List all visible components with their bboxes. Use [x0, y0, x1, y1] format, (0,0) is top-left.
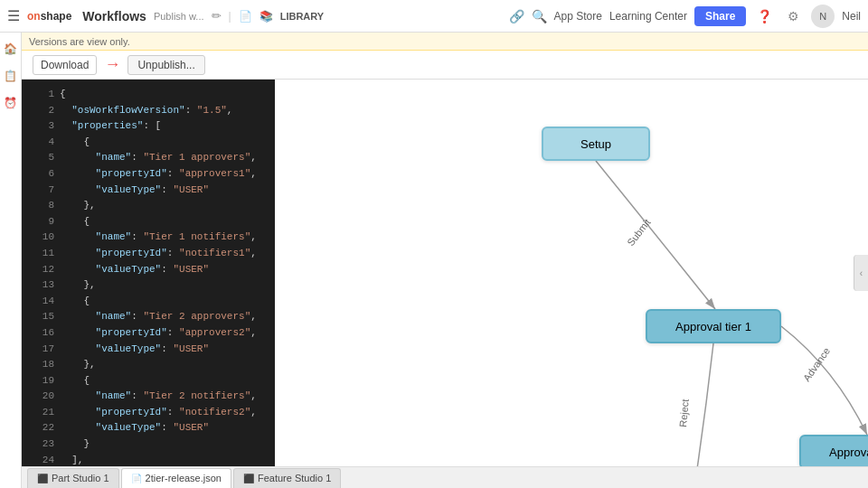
tab-feature-label: Feature Studio 1: [258, 473, 331, 483]
json-line: 15 "name": "Tier 2 approvers",: [33, 309, 264, 325]
sidebar-icon-2[interactable]: 📋: [2, 67, 20, 85]
learning-center-link[interactable]: Learning Center: [609, 10, 687, 23]
versions-bar: Versions are view only.: [22, 33, 868, 51]
json-line: 7 "valueType": "USER": [33, 183, 264, 199]
share-button[interactable]: Share: [694, 6, 746, 26]
json-line: 5 "name": "Tier 1 approvers",: [33, 150, 264, 166]
section-title: Workflows: [82, 9, 146, 23]
tier1-node[interactable]: Approval tier 1: [646, 309, 781, 343]
json-line: 19 {: [33, 373, 264, 389]
json-line: 4 {: [33, 135, 264, 151]
bottom-tabs: ⬛ Part Studio 1 📄 2tier-release.json ⬛ F…: [22, 466, 868, 488]
arrow-icon: →: [104, 55, 120, 74]
collapse-handle[interactable]: ‹: [854, 255, 868, 291]
help-icon[interactable]: ❓: [753, 5, 775, 27]
reject1-label: Reject: [677, 399, 691, 427]
json-line: 21 "propertyId": "notifiers2",: [33, 405, 264, 421]
user-name[interactable]: Neil: [842, 10, 861, 23]
sidebar: 🏠 📋 ⏰: [0, 33, 22, 488]
main-area: 1{2 "osWorkflowVersion": "1.5",3 "proper…: [22, 80, 868, 466]
advance-label: Advance: [801, 345, 832, 383]
submit-label: Submit: [625, 217, 653, 248]
hamburger-icon[interactable]: ☰: [7, 7, 20, 24]
sidebar-icon-3[interactable]: ⏰: [2, 94, 20, 112]
json-line: 11 "propertyId": "notifiers1",: [33, 246, 264, 262]
library-label[interactable]: LIBRARY: [280, 11, 324, 22]
top-bar: ☰ onshape Workflows Publish w... ✏ | 📄 📚…: [0, 0, 868, 33]
publish-label: Publish w...: [154, 11, 204, 22]
toolbar: Download → Unpublish...: [22, 51, 868, 80]
json-line: 18 },: [33, 357, 264, 373]
tab-part-studio-label: Part Studio 1: [52, 473, 109, 483]
json-line: 22 "valueType": "USER": [33, 420, 264, 436]
versions-message: Versions are view only.: [29, 36, 130, 47]
json-line: 3 "properties": [: [33, 118, 264, 135]
json-line: 20 "name": "Tier 2 notifiers",: [33, 389, 264, 405]
link-icon[interactable]: 🔗: [509, 9, 524, 23]
tab-part-studio[interactable]: ⬛ Part Studio 1: [27, 468, 119, 488]
app-store-link[interactable]: App Store: [554, 10, 602, 23]
json-line: 1{: [33, 87, 264, 103]
library-icon: 📚: [259, 10, 273, 23]
edit-icon[interactable]: ✏: [212, 9, 222, 23]
download-button[interactable]: Download: [33, 55, 97, 75]
tab-part-studio-icon: ⬛: [37, 474, 48, 483]
unpublish-button[interactable]: Unpublish...: [127, 55, 204, 75]
settings-icon[interactable]: ⚙: [782, 5, 804, 27]
json-panel: 1{2 "osWorkflowVersion": "1.5",3 "proper…: [22, 80, 275, 466]
json-line: 16 "propertyId": "approvers2",: [33, 325, 264, 342]
canvas-panel: Submit Advance Reject Reject Release Set…: [275, 80, 868, 466]
advance-arrow: [781, 326, 867, 435]
json-line: 24 ],: [33, 453, 264, 466]
tab-json[interactable]: 📄 2tier-release.json: [121, 468, 231, 488]
json-line: 13 },: [33, 277, 264, 294]
user-avatar[interactable]: N: [811, 5, 835, 28]
sidebar-icon-1[interactable]: 🏠: [2, 40, 20, 58]
tab-feature-icon: ⬛: [243, 474, 254, 483]
setup-node[interactable]: Setup: [542, 127, 650, 161]
json-line: 9 {: [33, 214, 264, 230]
json-line: 8 },: [33, 198, 264, 214]
json-line: 10 "name": "Tier 1 notifiers",: [33, 230, 264, 246]
submit-arrow: [596, 161, 715, 309]
json-line: 23 }: [33, 436, 264, 453]
reject1-arrow: [693, 343, 713, 466]
doc-icon: 📄: [239, 10, 252, 23]
tier2-node[interactable]: Approval tier 2: [799, 435, 868, 466]
tab-json-label: 2tier-release.json: [146, 473, 222, 483]
tab-feature-studio[interactable]: ⬛ Feature Studio 1: [233, 468, 341, 488]
app-logo: onshape: [27, 10, 71, 23]
json-line: 14 {: [33, 294, 264, 310]
json-line: 6 "propertyId": "approvers1",: [33, 166, 264, 183]
tab-json-icon: 📄: [131, 474, 142, 483]
json-line: 17 "valueType": "USER": [33, 342, 264, 358]
pipe-separator: |: [229, 10, 231, 23]
search-icon[interactable]: 🔍: [532, 9, 547, 23]
json-line: 2 "osWorkflowVersion": "1.5",: [33, 103, 264, 119]
json-line: 12 "valueType": "USER": [33, 262, 264, 278]
